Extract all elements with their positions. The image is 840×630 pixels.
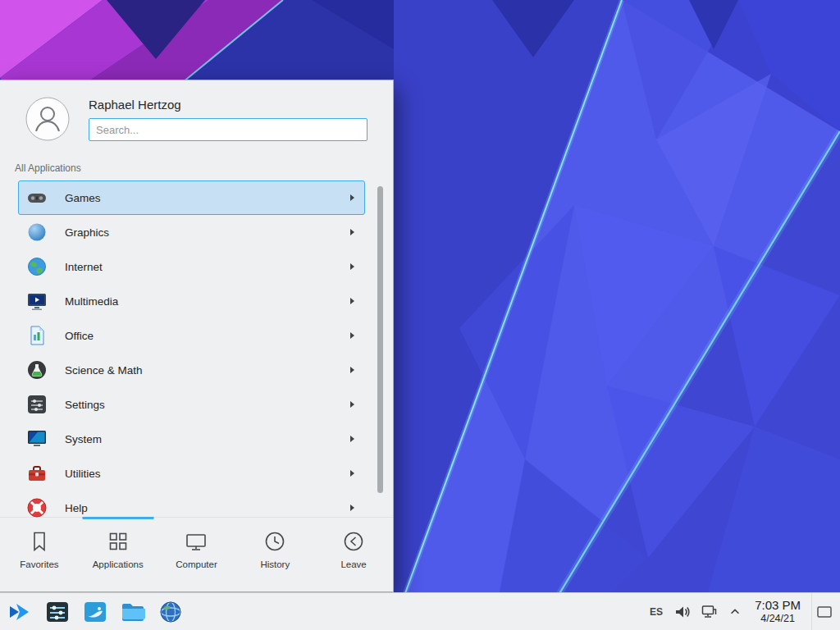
submenu-arrow-icon — [350, 367, 354, 373]
launcher-tabbar: Favorites Applications Computer — [0, 517, 393, 591]
tweaks-button[interactable] — [44, 599, 71, 625]
category-graphics[interactable]: Graphics — [18, 215, 365, 249]
clock-time: 7:03 PM — [755, 598, 801, 613]
show-desktop-button[interactable] — [811, 593, 837, 630]
tab-favorites[interactable]: Favorites — [0, 518, 79, 591]
tab-label: Leave — [340, 559, 366, 569]
submenu-arrow-icon — [350, 194, 354, 201]
submenu-arrow-icon — [350, 229, 354, 235]
category-label: System — [65, 433, 350, 445]
tab-computer[interactable]: Computer — [158, 518, 236, 591]
category-internet[interactable]: Internet — [18, 249, 365, 284]
desktop: Raphael Hertzog All Applications Games — [0, 0, 840, 630]
digital-clock[interactable]: 7:03 PM 4/24/21 — [755, 598, 801, 624]
tab-history[interactable]: History — [235, 518, 314, 591]
user-avatar — [25, 97, 70, 141]
leave-circle-icon — [341, 529, 366, 554]
list-scrollbar-thumb[interactable] — [377, 186, 383, 493]
toolbox-icon — [26, 463, 48, 484]
web-browser-button[interactable] — [158, 599, 184, 625]
search-input[interactable] — [89, 118, 368, 141]
system-tray: ES 7:03 PM 4/24/21 — [650, 593, 840, 630]
taskbar-launchers — [0, 599, 184, 625]
submenu-arrow-icon — [350, 401, 354, 408]
gamepad-icon — [26, 187, 48, 208]
graphics-sphere-icon — [26, 221, 48, 243]
submenu-arrow-icon — [350, 332, 354, 339]
category-label: Graphics — [65, 226, 350, 239]
user-name: Raphael Hertzog — [89, 98, 181, 112]
network-icon[interactable] — [701, 604, 718, 620]
breadcrumb-all-applications: All Applications — [15, 162, 81, 174]
tab-label: Computer — [176, 559, 217, 569]
tab-label: History — [260, 559, 290, 569]
expand-tray-icon[interactable] — [728, 605, 742, 619]
submenu-arrow-icon — [350, 263, 354, 270]
category-label: Office — [65, 330, 350, 342]
clock-date: 4/24/21 — [755, 613, 801, 625]
clock-icon — [262, 529, 287, 554]
category-list: Games Graphics Internet — [0, 180, 393, 518]
category-games[interactable]: Games — [18, 180, 365, 215]
category-help[interactable]: Help — [18, 491, 365, 518]
app-menu-button[interactable] — [7, 599, 33, 625]
category-label: Help — [65, 502, 350, 514]
category-multimedia[interactable]: Multimedia — [18, 284, 365, 318]
grid-icon — [106, 529, 130, 554]
folder-button[interactable] — [120, 599, 146, 625]
document-icon — [26, 325, 48, 346]
sliders-icon — [26, 394, 48, 415]
tab-leave[interactable]: Leave — [314, 518, 393, 591]
monitor-icon — [184, 529, 208, 554]
category-label: Utilities — [65, 468, 350, 480]
taskbar-panel: ES 7:03 PM 4/24/21 — [0, 592, 840, 630]
category-system[interactable]: System — [18, 422, 365, 456]
monitor-play-icon — [26, 290, 48, 312]
flask-icon — [26, 359, 48, 381]
category-settings[interactable]: Settings — [18, 387, 365, 422]
category-office[interactable]: Office — [18, 318, 365, 353]
system-screen-icon — [26, 428, 48, 450]
submenu-arrow-icon — [350, 504, 354, 511]
submenu-arrow-icon — [350, 298, 354, 304]
tab-label: Favorites — [20, 559, 58, 569]
keyboard-layout-indicator[interactable]: ES — [650, 606, 663, 618]
file-manager-button[interactable] — [82, 599, 108, 625]
application-launcher-menu: Raphael Hertzog All Applications Games — [0, 80, 394, 592]
category-utilities[interactable]: Utilities — [18, 456, 365, 491]
category-label: Internet — [65, 261, 350, 273]
submenu-arrow-icon — [350, 436, 354, 442]
tab-label: Applications — [93, 559, 144, 569]
category-label: Games — [65, 192, 350, 204]
submenu-arrow-icon — [350, 470, 354, 477]
category-label: Science & Math — [65, 364, 350, 377]
volume-icon[interactable] — [673, 604, 690, 620]
tab-applications[interactable]: Applications — [79, 518, 158, 591]
bookmark-icon — [27, 529, 52, 554]
category-label: Multimedia — [65, 295, 350, 308]
category-science-math[interactable]: Science & Math — [18, 353, 365, 387]
lifebuoy-icon — [26, 497, 48, 518]
globe-icon — [26, 256, 48, 277]
category-label: Settings — [65, 399, 350, 411]
